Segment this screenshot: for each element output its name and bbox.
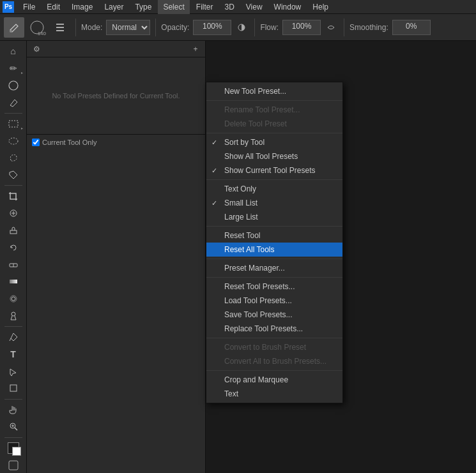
svg-point-15 [12, 312, 15, 316]
reset-tool-presets-item[interactable]: Reset Tool Presets... [206, 280, 342, 294]
menu-window[interactable]: Window [269, 0, 307, 14]
load-tool-presets-item[interactable]: Load Tool Presets... [206, 294, 342, 308]
panel-footer: Current Tool Only [27, 134, 205, 150]
replace-tool-presets-item[interactable]: Replace Tool Presets... [206, 322, 342, 336]
stamp-tool[interactable] [3, 223, 24, 239]
menu-image[interactable]: Image [66, 0, 98, 14]
menu-section-3: ✓ Sort by Tool Show All Tool Presets ✓ S… [206, 133, 342, 180]
svg-point-14 [12, 297, 15, 301]
toolbar-sep-3 [254, 19, 255, 36]
brush-size-btn[interactable]: 140 [27, 17, 47, 38]
menu-section-2: Rename Tool Preset... Delete Tool Preset [206, 101, 342, 133]
hand-tool[interactable] [3, 402, 24, 417]
foreground-color[interactable] [3, 440, 24, 456]
save-tool-presets-item[interactable]: Save Tool Presets... [206, 308, 342, 322]
home-tool[interactable]: ⌂ [3, 43, 24, 59]
heal-tool[interactable] [3, 206, 24, 221]
menu-section-6: Preset Manager... [206, 259, 342, 278]
crop-tool[interactable] [3, 188, 24, 204]
reset-all-tools-item[interactable]: Reset All Tools [206, 243, 342, 257]
small-list-item[interactable]: ✓ Small List [206, 196, 342, 210]
gradient-tool[interactable] [3, 274, 24, 290]
menu-section-4: Text Only ✓ Small List Large List [206, 180, 342, 227]
menu-view[interactable]: View [241, 0, 268, 14]
smoothing-value[interactable]: 0% [392, 20, 431, 35]
menu-type[interactable]: Type [130, 0, 157, 14]
panel-settings-btn[interactable]: ⚙ [31, 43, 42, 55]
menu-layer[interactable]: Layer [99, 0, 128, 14]
convert-to-brush-preset-item: Convert to Brush Preset [206, 340, 342, 354]
app-logo: Ps [3, 1, 14, 13]
menu-help[interactable]: Help [307, 0, 334, 14]
mode-select[interactable]: Normal [106, 20, 150, 35]
shape-tool[interactable] [3, 380, 24, 396]
menu-select[interactable]: Select [158, 0, 189, 14]
panel-header: ⚙ + [27, 41, 205, 57]
zoom-tool[interactable] [3, 419, 24, 435]
menu-edit[interactable]: Edit [42, 0, 65, 14]
reset-tool-item[interactable]: Reset Tool [206, 229, 342, 243]
left-tools-sidebar: ⌂ ✏▸ ▸ [0, 41, 27, 473]
flow-icon[interactable] [323, 20, 339, 35]
extra-bottom-tool[interactable] [3, 457, 24, 473]
main-area: ⌂ ✏▸ ▸ [0, 41, 476, 473]
menu-3d[interactable]: 3D [219, 0, 239, 14]
tool-presets-panel: ⚙ + No Tool Presets Defined for Current … [27, 41, 206, 473]
show-all-tool-presets-item[interactable]: Show All Tool Presets [206, 149, 342, 163]
new-tool-preset-item[interactable]: New Tool Preset... [206, 84, 342, 98]
text-only-item[interactable]: Text Only [206, 182, 342, 196]
pencil-tool[interactable] [3, 94, 24, 110]
circle-brush-tool[interactable] [3, 77, 24, 93]
large-list-item[interactable]: Large List [206, 210, 342, 224]
object-select-tool[interactable] [3, 167, 24, 183]
menu-file[interactable]: File [18, 0, 40, 14]
flow-value[interactable]: 100% [282, 20, 321, 35]
options-toolbar: 140 Mode: Normal Opacity: 100% Flow: 100… [0, 14, 476, 41]
text-tool[interactable]: T [3, 346, 24, 362]
svg-rect-7 [9, 121, 18, 127]
toolbar-sep-2 [155, 19, 156, 36]
toolbar-sep-4 [344, 19, 344, 36]
history-brush-tool[interactable] [3, 239, 24, 255]
svg-point-6 [9, 81, 18, 90]
menu-section-5: Reset Tool Reset All Tools [206, 227, 342, 259]
menu-bar: Ps File Edit Image Layer Type Select Fil… [0, 0, 476, 14]
flow-label: Flow: [260, 23, 279, 32]
opacity-toggle[interactable] [234, 20, 249, 35]
panel-add-btn[interactable]: + [190, 43, 201, 55]
brush-tool[interactable]: ✏▸ [3, 61, 24, 77]
svg-rect-16 [10, 385, 17, 391]
crop-and-marquee-item[interactable]: Crop and Marquee [206, 373, 342, 387]
eraser-tool[interactable] [3, 257, 24, 273]
preset-manager-item[interactable]: Preset Manager... [206, 261, 342, 275]
svg-rect-10 [10, 230, 17, 234]
current-tool-only-label[interactable]: Current Tool Only [32, 139, 96, 146]
rect-selection-tool[interactable]: ▸ [3, 116, 24, 132]
pen-tool[interactable] [3, 329, 24, 345]
panel-empty-message: No Tool Presets Defined for Current Tool… [27, 57, 205, 134]
ellipse-selection-tool[interactable] [3, 133, 24, 149]
sort-by-tool-item[interactable]: ✓ Sort by Tool [206, 135, 342, 149]
path-select-tool[interactable] [3, 363, 24, 379]
blur-tool[interactable] [3, 291, 24, 307]
menu-section-9: Crop and Marquee Text [206, 371, 342, 403]
dodge-tool[interactable] [3, 308, 24, 324]
menu-section-8: Convert to Brush Preset Convert All to B… [206, 338, 342, 371]
smoothing-label: Smoothing: [349, 23, 388, 32]
menu-section-1: New Tool Preset... [206, 82, 342, 101]
text-item[interactable]: Text [206, 387, 342, 401]
delete-tool-preset-item: Delete Tool Preset [206, 117, 342, 131]
lasso-tool[interactable] [3, 150, 24, 166]
mode-label: Mode: [81, 23, 102, 32]
svg-point-8 [9, 138, 18, 144]
dropdown-menu: New Tool Preset... Rename Tool Preset...… [206, 82, 343, 403]
show-current-tool-presets-item[interactable]: ✓ Show Current Tool Presets [206, 163, 342, 177]
current-tool-only-checkbox[interactable] [32, 139, 40, 146]
menu-filter[interactable]: Filter [191, 0, 219, 14]
tool-separator-3 [4, 326, 22, 327]
brush-tool-btn[interactable] [4, 17, 24, 38]
svg-point-0 [10, 30, 12, 33]
opacity-value[interactable]: 100% [193, 20, 231, 35]
brush-settings-btn[interactable] [50, 17, 70, 38]
svg-rect-2 [56, 24, 64, 25]
